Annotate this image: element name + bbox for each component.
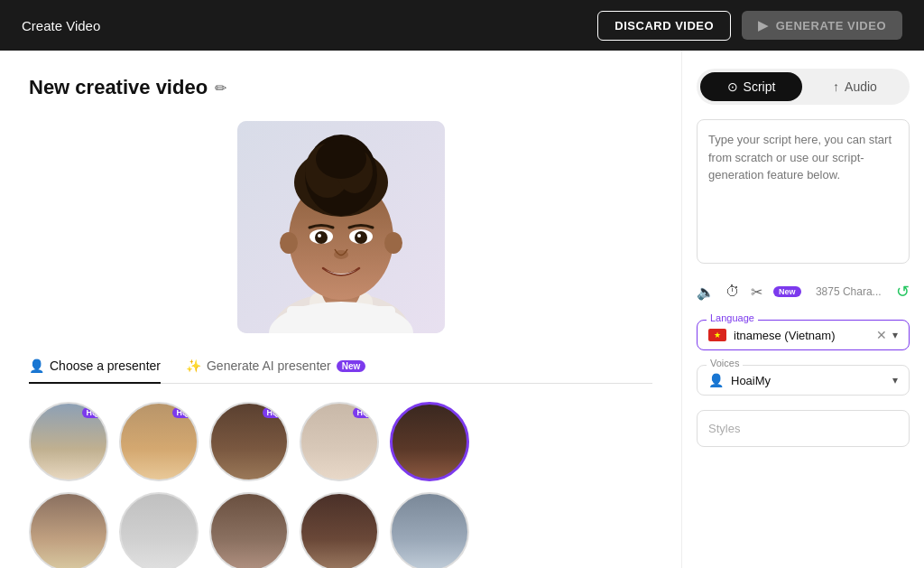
script-tab-button[interactable]: ⊙ Script [700,72,802,101]
presenter-tabs: 👤 Choose a presenter ✨ Generate AI prese… [29,358,652,384]
language-actions: ✕ ▾ [876,328,898,342]
topbar: Create Video DISCARD VIDEO ▶ GENERATE VI… [0,0,924,51]
presenter-preview [237,121,445,333]
voices-label: Voices [707,358,743,368]
styles-field[interactable]: Styles [697,410,910,447]
script-textarea[interactable] [697,119,910,264]
presenter-item[interactable] [119,492,199,569]
voice-icon: 👤 [708,373,724,387]
language-text: itnamese (Vietnam) [734,329,835,342]
tab-ai-presenter[interactable]: ✨ Generate AI presenter New [186,358,365,384]
voices-actions: ▾ [892,374,898,386]
presenter-item[interactable] [390,492,469,569]
presenter-item[interactable] [29,492,108,569]
tab-choose-presenter[interactable]: 👤 Choose a presenter [29,358,161,384]
hq-badge: HQ [263,407,284,418]
discard-video-button[interactable]: DISCARD VIDEO [597,11,731,41]
svg-rect-20 [287,306,395,333]
language-value-row: ★ itnamese (Vietnam) ✕ ▾ [708,328,898,342]
char-count: 3875 Chara... [816,285,882,298]
hq-badge: HQ [172,407,194,418]
left-panel: New creative video ✏ [0,51,682,568]
voices-field: Voices 👤 HoaiMy ▾ [697,365,910,396]
refresh-icon[interactable]: ↺ [896,282,910,302]
presenter-item[interactable]: HQ [29,402,108,481]
language-clear-button[interactable]: ✕ [876,328,887,342]
svg-point-14 [315,231,328,244]
presenter-rows: HQ HQ HQ HQ [29,402,652,569]
language-label: Language [707,312,758,323]
svg-point-9 [316,139,366,179]
svg-point-10 [280,232,298,254]
person-icon: 👤 [29,358,44,373]
edit-title-icon[interactable]: ✏ [215,79,226,97]
presenter-item[interactable]: HQ [300,402,379,481]
ai-new-badge: New [337,360,366,372]
presenter-row-2 [29,492,652,569]
topbar-title: Create Video [22,18,100,33]
styles-placeholder: Styles [708,422,740,435]
volume-icon[interactable]: 🔈 [697,284,715,301]
voice-text: HoaiMy [731,374,771,387]
toolbar-new-badge: New [773,286,801,297]
script-icon: ⊙ [727,79,738,94]
presenter-item[interactable] [209,492,289,569]
magic-icon[interactable]: ✂ [751,284,762,301]
flag-star: ★ [714,331,721,340]
svg-point-16 [318,234,321,237]
audio-icon: ↑ [833,79,839,94]
generate-video-button[interactable]: ▶ GENERATE VIDEO [742,11,902,40]
svg-point-11 [384,232,402,254]
page-title-row: New creative video ✏ [29,76,652,99]
main-content: New creative video ✏ [0,51,924,568]
topbar-actions: DISCARD VIDEO ▶ GENERATE VIDEO [597,11,902,41]
script-toolbar: 🔈 ⏱ ✂ New 3875 Chara... ↺ [697,278,910,305]
voices-dropdown-icon[interactable]: ▾ [892,374,898,386]
voices-value-row: 👤 HoaiMy ▾ [708,373,898,387]
sparkle-icon: ✨ [186,358,201,373]
language-field: Language ★ itnamese (Vietnam) ✕ ▾ [697,320,910,350]
audio-tab-button[interactable]: ↑ Audio [804,72,906,101]
presenter-item[interactable]: HQ [119,402,199,481]
svg-point-15 [355,231,367,244]
script-audio-toggle: ⊙ Script ↑ Audio [697,69,910,105]
right-panel: ⊙ Script ↑ Audio 🔈 ⏱ ✂ New 3875 Chara...… [682,51,924,568]
flag-vietnam: ★ [708,329,726,341]
svg-point-17 [357,234,361,237]
presenter-item[interactable]: HQ [209,402,289,481]
hq-badge: HQ [82,407,104,418]
presenter-row-1: HQ HQ HQ HQ [29,402,652,481]
clock-icon[interactable]: ⏱ [725,284,740,300]
language-dropdown-icon[interactable]: ▾ [892,329,898,341]
video-icon: ▶ [758,18,769,33]
page-title: New creative video [29,76,208,99]
presenter-item-selected[interactable] [390,402,469,481]
hq-badge: HQ [353,407,374,418]
presenter-item[interactable] [300,492,379,569]
